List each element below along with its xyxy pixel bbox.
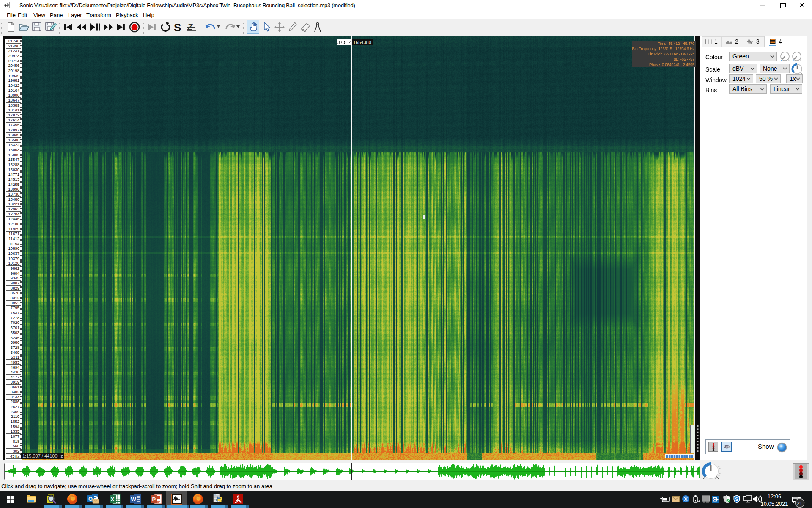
svg-text:P: P bbox=[152, 496, 156, 502]
svg-text:W: W bbox=[131, 496, 137, 502]
svg-text:21: 21 bbox=[797, 501, 802, 506]
svg-text:S: S bbox=[735, 497, 738, 502]
svg-text:X: X bbox=[111, 496, 115, 502]
svg-text:O: O bbox=[713, 497, 716, 502]
svg-text:O: O bbox=[88, 496, 93, 502]
